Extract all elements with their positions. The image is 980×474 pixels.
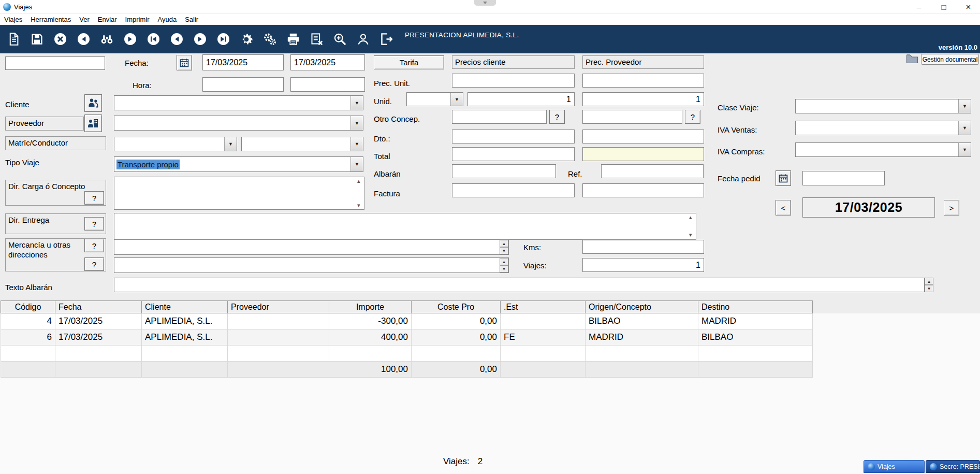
total-cliente-field[interactable] — [452, 147, 575, 161]
fecha-to-field[interactable]: 17/03/2025 — [290, 54, 365, 70]
user-icon[interactable] — [355, 29, 371, 50]
dto-cliente-field[interactable] — [452, 130, 575, 143]
texto-albaran-spinner[interactable]: ▴▾ — [925, 278, 933, 292]
unid-cliente-field[interactable]: 1 — [467, 92, 575, 106]
codigo-field[interactable] — [5, 56, 105, 70]
table-row[interactable]: 100,000,00 — [1, 362, 813, 378]
chevron-down-icon[interactable]: ▼ — [958, 121, 971, 135]
table-row[interactable]: 417/03/2025APLIMEDIA, S.L.-300,000,00BIL… — [1, 313, 813, 329]
menu-viajes[interactable]: Viajes — [0, 16, 26, 23]
fecha-pedido-calendar-button[interactable] — [776, 170, 791, 186]
proveedor-combo[interactable]: ▼ — [114, 116, 363, 131]
chevron-down-icon[interactable]: ▼ — [350, 96, 363, 110]
table-row[interactable]: 617/03/2025APLIMEDIA, S.L.400,000,00FEMA… — [1, 329, 813, 346]
fecha-calendar-button[interactable] — [177, 55, 192, 70]
matricula-combo[interactable]: ▼ — [114, 137, 237, 151]
table-header-cell[interactable]: Código — [1, 300, 55, 313]
gears-icon[interactable] — [261, 29, 278, 50]
previous-record-icon[interactable] — [168, 29, 185, 50]
mercancia-help-button-2[interactable]: ? — [84, 257, 104, 271]
chevron-down-icon[interactable]: ▼ — [958, 143, 971, 156]
factura-cliente-field[interactable] — [452, 183, 575, 197]
albaran-field[interactable] — [452, 164, 556, 178]
dto-proveedor-field[interactable] — [582, 130, 704, 143]
table-header-cell[interactable]: Origen/Concepto — [586, 300, 698, 313]
table-header-cell[interactable]: Destino — [698, 300, 813, 313]
ref-field[interactable] — [601, 164, 704, 178]
dir-entrega-textarea[interactable] — [114, 213, 696, 240]
menu-salir[interactable]: Salir — [181, 16, 202, 23]
texto-albaran-field[interactable] — [114, 278, 925, 292]
scroll-up-icon[interactable]: ▴ — [357, 178, 360, 184]
chevron-down-icon[interactable]: ▼ — [958, 99, 971, 113]
save-icon[interactable] — [28, 29, 45, 50]
chevron-down-icon[interactable]: ▼ — [350, 116, 363, 130]
mercancia-spinner-1[interactable]: ▴▾ — [500, 240, 508, 254]
table-header-cell[interactable]: Coste Pro — [412, 300, 501, 313]
otro-concep-proveedor-field[interactable] — [582, 110, 682, 124]
otro-concep-cliente-help-button[interactable]: ? — [549, 110, 565, 124]
hora-from-field[interactable] — [202, 77, 284, 92]
conductor-combo[interactable]: ▼ — [241, 137, 363, 151]
chevron-down-icon[interactable]: ▼ — [350, 157, 363, 171]
table-header-cell[interactable]: Importe — [329, 300, 412, 313]
new-document-icon[interactable] — [5, 29, 22, 50]
menu-ver[interactable]: Ver — [75, 16, 94, 23]
hora-to-field[interactable] — [290, 77, 365, 92]
unid-combo[interactable]: ▼ — [406, 92, 463, 106]
first-record-icon[interactable] — [145, 29, 162, 50]
chevron-down-icon[interactable]: ▼ — [224, 137, 237, 151]
cliente-search-button[interactable] — [84, 94, 102, 112]
clase-viaje-combo[interactable]: ▼ — [795, 99, 971, 113]
menu-herramientas[interactable]: Herramientas — [26, 16, 75, 23]
iva-compras-combo[interactable]: ▼ — [795, 142, 971, 157]
binoculars-icon[interactable] — [98, 29, 115, 50]
chevron-down-icon[interactable]: ▼ — [350, 137, 363, 151]
otro-concep-proveedor-help-button[interactable]: ? — [685, 110, 700, 124]
cancel-icon[interactable] — [52, 29, 68, 50]
table-header-cell[interactable]: .Est — [501, 300, 586, 313]
mercancia-help-button-1[interactable]: ? — [84, 239, 104, 252]
cliente-combo[interactable]: ▼ — [114, 95, 363, 110]
dir-carga-textarea[interactable] — [114, 177, 364, 210]
taskbar-item-viajes[interactable]: Viajes — [864, 460, 925, 473]
table-row[interactable] — [1, 346, 813, 362]
table-header-cell[interactable]: Proveedor — [228, 300, 329, 313]
factura-proveedor-field[interactable] — [582, 183, 704, 197]
search-prev-icon[interactable] — [75, 29, 92, 50]
exit-icon[interactable] — [378, 29, 394, 50]
tipo-viaje-combo[interactable]: Transporte propio▼ — [114, 156, 363, 172]
settings-gear-icon[interactable] — [238, 29, 255, 50]
chevron-down-icon[interactable]: ▼ — [450, 93, 463, 106]
scroll-down-icon[interactable]: ▾ — [689, 232, 692, 238]
fecha-from-field[interactable]: 17/03/2025 — [202, 54, 284, 70]
delete-document-icon[interactable] — [308, 29, 325, 50]
mercancia-field-2[interactable] — [114, 257, 509, 273]
viajes-count-field[interactable]: 1 — [582, 258, 704, 272]
hidden-panel-tab[interactable] — [474, 0, 496, 6]
iva-ventas-combo[interactable]: ▼ — [795, 121, 971, 135]
minimize-button[interactable]: – — [907, 0, 931, 14]
menu-imprimir[interactable]: Imprimir — [121, 16, 154, 23]
menu-enviar[interactable]: Enviar — [94, 16, 121, 23]
next-date-button[interactable]: > — [944, 200, 959, 216]
prec-unit-proveedor-field[interactable] — [582, 74, 704, 88]
dir-entrega-help-button[interactable]: ? — [84, 217, 104, 231]
prec-unit-cliente-field[interactable] — [452, 74, 575, 88]
mercancia-spinner-2[interactable]: ▴▾ — [500, 258, 508, 272]
kms-field[interactable] — [582, 240, 704, 254]
next-record-icon[interactable] — [192, 29, 208, 50]
total-proveedor-field[interactable] — [582, 147, 704, 161]
dir-carga-help-button[interactable]: ? — [84, 191, 104, 205]
gestion-documental-button[interactable]: Gestión documental — [921, 54, 979, 65]
tarifa-button[interactable]: Tarifa — [374, 55, 444, 69]
scroll-up-icon[interactable]: ▴ — [689, 214, 692, 220]
mercancia-field-1[interactable] — [114, 239, 509, 255]
fecha-pedido-field[interactable] — [802, 171, 885, 185]
printer-icon[interactable] — [285, 29, 301, 50]
last-record-icon[interactable] — [215, 29, 231, 50]
search-next-icon[interactable] — [122, 29, 138, 50]
table-header-cell[interactable]: Cliente — [142, 300, 228, 313]
prev-date-button[interactable]: < — [776, 200, 791, 216]
unid-proveedor-field[interactable]: 1 — [582, 92, 704, 106]
